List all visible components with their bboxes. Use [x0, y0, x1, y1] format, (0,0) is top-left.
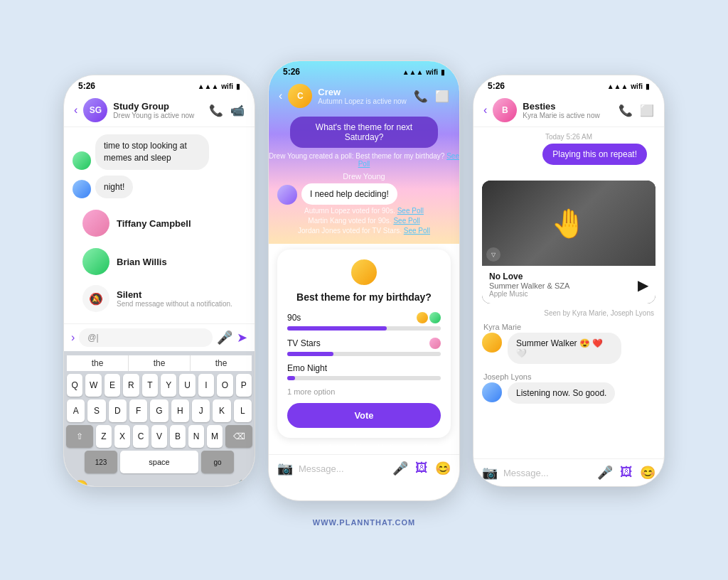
- key-w[interactable]: W: [85, 374, 101, 397]
- input-value-1: @|: [87, 333, 98, 343]
- expand-button[interactable]: ›: [71, 331, 75, 344]
- key-z[interactable]: Z: [96, 425, 112, 448]
- drew-avatar: [277, 185, 297, 205]
- photo-icon-3[interactable]: 🖼: [620, 465, 633, 480]
- key-j[interactable]: J: [192, 399, 210, 422]
- poll-bar-fill-90s: [287, 326, 387, 331]
- contact-brian[interactable]: Brian Willis: [73, 242, 246, 281]
- message-input-bar-3: 📷 Message... 🎤 🖼 😊: [473, 458, 664, 486]
- camera-button-3[interactable]: 📷: [482, 465, 498, 480]
- key-e[interactable]: E: [105, 374, 120, 397]
- poll-title: Best theme for my birthday?: [287, 291, 441, 304]
- wifi-icon-3: wifi: [631, 82, 643, 90]
- key-s[interactable]: S: [87, 399, 105, 422]
- reply-name-kyra: Kyra Marie: [473, 318, 664, 333]
- video-button-3[interactable]: ⬜: [640, 104, 654, 117]
- poll-option-header-emonight: Emo Night: [287, 363, 441, 373]
- poll-bar-track-emonight: [287, 376, 441, 380]
- mic-icon-2[interactable]: 🎤: [392, 461, 408, 476]
- emoji-button[interactable]: 🙂: [73, 479, 88, 487]
- key-go[interactable]: go: [201, 451, 234, 473]
- time-1: 5:26: [78, 81, 95, 91]
- mic-icon-3[interactable]: 🎤: [597, 465, 613, 480]
- back-button-1[interactable]: ‹: [74, 104, 77, 117]
- poll-option-emonight[interactable]: Emo Night: [287, 363, 441, 380]
- jordan-vote: Jordan Jones voted for TV Stars. See Pol…: [269, 227, 459, 235]
- key-i[interactable]: I: [198, 374, 214, 397]
- voter-avatar-3: [429, 338, 441, 349]
- status-bar-2: 5:26 ▲▲▲ wifi ▮: [269, 61, 459, 80]
- mic-button-kbd[interactable]: 🎤: [230, 479, 246, 487]
- vote-button[interactable]: Vote: [287, 403, 441, 428]
- silent-option[interactable]: 🔕 Silent Send message without a notifica…: [73, 281, 246, 316]
- key-u[interactable]: U: [179, 374, 195, 397]
- message-input-1[interactable]: @|: [79, 328, 213, 347]
- back-button-3[interactable]: ‹: [483, 104, 487, 117]
- key-o[interactable]: O: [217, 374, 232, 397]
- key-q[interactable]: Q: [67, 374, 82, 397]
- see-poll-link-4[interactable]: See Poll: [404, 227, 430, 235]
- call-button-1[interactable]: 📞: [209, 104, 223, 117]
- key-t[interactable]: T: [142, 374, 158, 397]
- keyboard-row-4: 123 space go: [67, 451, 252, 473]
- key-c[interactable]: C: [133, 425, 149, 448]
- group-status-3: Kyra Marie is active now: [523, 112, 613, 119]
- group-avatar-2: C: [288, 84, 312, 108]
- key-a[interactable]: A: [67, 399, 85, 422]
- suggestion-1[interactable]: the: [67, 355, 129, 371]
- key-m[interactable]: M: [207, 425, 223, 448]
- send-button-1[interactable]: ➤: [237, 330, 247, 345]
- see-poll-link-2[interactable]: See Poll: [397, 207, 424, 215]
- message-placeholder-3[interactable]: Message...: [503, 468, 592, 478]
- poll-option-90s[interactable]: 90s: [287, 312, 441, 331]
- key-space[interactable]: space: [120, 451, 198, 473]
- suggestion-2[interactable]: the: [129, 355, 191, 371]
- call-button-3[interactable]: 📞: [619, 104, 633, 117]
- sticker-icon-3[interactable]: 😊: [640, 465, 655, 480]
- key-x[interactable]: X: [114, 425, 130, 448]
- key-shift[interactable]: ⇧: [66, 425, 93, 448]
- key-b[interactable]: B: [170, 425, 186, 448]
- back-button-2[interactable]: ‹: [279, 90, 282, 102]
- suggestion-3[interactable]: the: [191, 355, 252, 371]
- message-bubble-1: time to stop looking at memes and sleep: [95, 134, 209, 170]
- key-l[interactable]: L: [234, 399, 252, 422]
- call-button-2[interactable]: 📞: [414, 90, 428, 103]
- photo-icon-2[interactable]: 🖼: [415, 461, 428, 476]
- music-title: No Love: [489, 272, 569, 281]
- status-icons-3: ▲▲▲ wifi ▮: [607, 82, 650, 90]
- key-g[interactable]: G: [150, 399, 168, 422]
- key-n[interactable]: N: [188, 425, 204, 448]
- keyboard-suggestions: the the the: [67, 355, 252, 371]
- video-button-1[interactable]: 📹: [230, 104, 245, 117]
- key-f[interactable]: F: [129, 399, 147, 422]
- chat-header-1: ‹ SG Study Group Drew Young is active no…: [64, 94, 255, 127]
- see-poll-link-3[interactable]: See Poll: [393, 217, 419, 225]
- message-placeholder-2[interactable]: Message...: [299, 463, 387, 474]
- poll-option-tvstars[interactable]: TV Stars: [287, 338, 441, 356]
- key-123[interactable]: 123: [85, 451, 117, 473]
- crew-message-row: I need help deciding!: [269, 183, 459, 205]
- sticker-icon-2[interactable]: 😊: [435, 461, 451, 476]
- key-v[interactable]: V: [151, 425, 167, 448]
- poll-option-label-emonight: Emo Night: [287, 363, 327, 373]
- poll-option-header-tvstars: TV Stars: [287, 338, 441, 349]
- key-d[interactable]: D: [109, 399, 127, 422]
- poll-bar-track-90s: [287, 326, 441, 331]
- key-backspace[interactable]: ⌫: [225, 425, 252, 448]
- poll-option-label-tvstars: TV Stars: [287, 338, 321, 348]
- key-r[interactable]: R: [123, 374, 139, 397]
- group-status-1: Drew Young is active now: [113, 112, 203, 119]
- key-y[interactable]: Y: [161, 374, 176, 397]
- key-k[interactable]: K: [213, 399, 230, 422]
- playing-bubble: Playing this on repeat!: [542, 144, 647, 165]
- contact-tiffany[interactable]: Tiffany Campbell: [73, 204, 246, 242]
- video-button-2[interactable]: ⬜: [435, 90, 449, 103]
- poll-avatar: [351, 259, 377, 285]
- mic-button-1[interactable]: 🎤: [217, 330, 232, 345]
- play-button[interactable]: ▶: [638, 276, 648, 294]
- camera-button-2[interactable]: 📷: [277, 461, 293, 476]
- key-h[interactable]: H: [171, 399, 189, 422]
- key-p[interactable]: P: [236, 374, 252, 397]
- seen-text-crew: Seen by Autumn López, Martin Kang + 1: [269, 444, 459, 454]
